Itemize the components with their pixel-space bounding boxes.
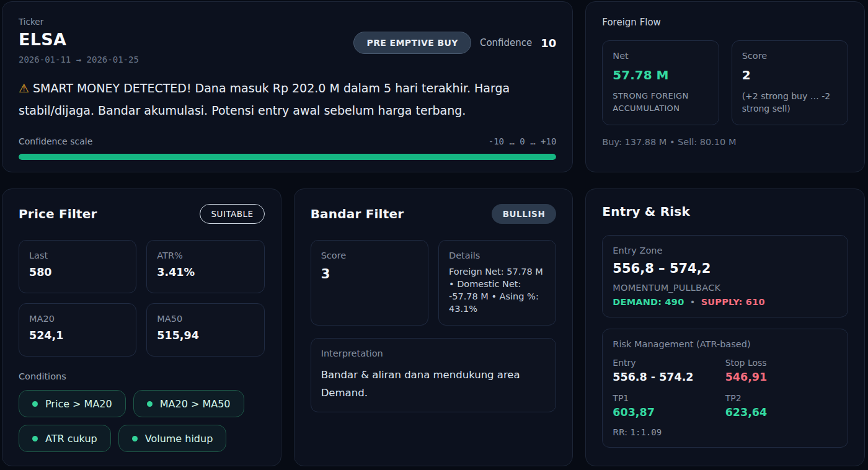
interpretation-label: Interpretation	[321, 348, 546, 358]
tile-label: MA50	[157, 314, 254, 324]
interpretation-box: Interpretation Bandar & aliran dana mend…	[311, 338, 557, 412]
risk-stoploss-cell: Stop Loss 546,91	[725, 358, 838, 383]
price-filter-title: Price Filter	[19, 206, 97, 221]
price-filter-header: Price Filter SUITABLE	[19, 204, 265, 224]
risk-management-label: Risk Management (ATR-based)	[613, 339, 838, 349]
buy-sell-summary: Buy: 137.88 M • Sell: 80.10 M	[602, 137, 848, 147]
chip-label: Volume hidup	[145, 433, 213, 445]
tile-value: 3.41%	[157, 266, 254, 278]
tile-value: 580	[29, 266, 126, 278]
confidence-label: Confidence	[480, 37, 532, 48]
confidence-value: 10	[541, 37, 556, 50]
tile-ma50: MA50 515,94	[146, 303, 264, 357]
conditions-chips: Price > MA20 MA20 > MA50 ATR cukup Volum…	[19, 390, 265, 452]
warning-icon: ⚠	[19, 81, 29, 95]
confidence-scale-range: -10 … 0 … +10	[489, 136, 557, 146]
risk-tp1-cell: TP1 603,87	[613, 393, 725, 419]
condition-chip-ma20-ma50: MA20 > MA50	[133, 390, 244, 417]
chip-label: ATR cukup	[45, 433, 97, 445]
confidence-scale-row: Confidence scale -10 … 0 … +10	[19, 136, 556, 146]
signal-card: Ticker ELSA 2026-01-11 → 2026-01-25 PRE …	[2, 1, 573, 172]
risk-entry-cell: Entry 556.8 - 574.2	[613, 358, 725, 383]
net-label: Net	[613, 51, 708, 61]
rr-value: 1:1.09	[631, 427, 662, 437]
condition-chip-atr: ATR cukup	[19, 425, 111, 452]
tile-label: ATR%	[157, 251, 254, 260]
bandar-score-label: Score	[321, 251, 418, 260]
tile-label: MA20	[29, 314, 126, 324]
interpretation-text: Bandar & aliran dana mendukung area Dema…	[321, 366, 546, 402]
signal-header-right: PRE EMPTIVE BUY Confidence 10	[353, 32, 556, 54]
demand-label: DEMAND:	[613, 297, 662, 307]
bullish-badge: BULLISH	[492, 204, 557, 224]
foreign-flow-boxes: Net 57.78 M STRONG FOREIGN ACCUMULATION …	[602, 40, 848, 125]
entry-risk-title: Entry & Risk	[602, 204, 848, 219]
suitable-badge: SUITABLE	[200, 204, 264, 224]
recommendation-badge: PRE EMPTIVE BUY	[353, 32, 471, 54]
foreign-flow-card: Foreign Flow Net 57.78 M STRONG FOREIGN …	[585, 1, 865, 172]
tile-value: 515,94	[157, 329, 254, 342]
confidence-bar-fill	[19, 154, 556, 160]
entry-risk-card: Entry & Risk Entry Zone 556,8 – 574,2 MO…	[585, 188, 865, 466]
signal-header: Ticker ELSA 2026-01-11 → 2026-01-25 PRE …	[19, 17, 556, 64]
condition-chip-price-ma20: Price > MA20	[19, 390, 126, 417]
confidence-scale-label: Confidence scale	[19, 136, 92, 146]
price-filter-card: Price Filter SUITABLE Last 580 ATR% 3.41…	[2, 188, 281, 466]
bandar-details-label: Details	[449, 251, 546, 260]
entry-label: Entry	[613, 358, 725, 368]
risk-grid: Entry 556.8 - 574.2 Stop Loss 546,91 TP1…	[613, 358, 838, 419]
alert-text: SMART MONEY DETECTED! Dana masuk Rp 202.…	[19, 81, 510, 117]
tile-ma20: MA20 524,1	[19, 303, 136, 357]
tile-value: 524,1	[29, 329, 126, 342]
net-description: STRONG FOREIGN ACCUMULATION	[613, 90, 708, 115]
strategy-name: MOMENTUM_PULLBACK	[613, 283, 838, 293]
entry-zone-box: Entry Zone 556,8 – 574,2 MOMENTUM_PULLBA…	[602, 235, 848, 317]
score-value: 2	[742, 68, 838, 82]
score-label: Score	[742, 51, 838, 61]
dashboard-grid: Ticker ELSA 2026-01-11 → 2026-01-25 PRE …	[0, 0, 868, 470]
date-range: 2026-01-11 → 2026-01-25	[19, 55, 139, 64]
bandar-boxes: Score 3 Details Foreign Net: 57.78 M • D…	[311, 240, 557, 326]
ticker-label: Ticker	[19, 17, 139, 27]
ticker-block: Ticker ELSA 2026-01-11 → 2026-01-25	[19, 17, 139, 64]
tp1-label: TP1	[613, 393, 725, 403]
tile-atr: ATR% 3.41%	[146, 240, 264, 293]
score-box: Score 2 (+2 strong buy … -2 strong sell)	[732, 40, 848, 125]
stop-loss-label: Stop Loss	[725, 358, 838, 368]
condition-chip-volume: Volume hidup	[118, 425, 227, 452]
rr-label: RR:	[613, 427, 627, 437]
bandar-filter-header: Bandar Filter BULLISH	[311, 204, 557, 224]
status-dot-icon	[32, 401, 38, 407]
status-dot-icon	[147, 401, 153, 407]
demand-supply-line: DEMAND: 490 • SUPPLY: 610	[613, 297, 838, 307]
status-dot-icon	[132, 436, 138, 441]
bandar-details-box: Details Foreign Net: 57.78 M • Domestic …	[438, 240, 556, 326]
net-value: 57.78 M	[613, 68, 708, 82]
status-dot-icon	[32, 436, 38, 441]
chip-label: Price > MA20	[45, 398, 112, 410]
chip-label: MA20 > MA50	[160, 398, 231, 410]
net-box: Net 57.78 M STRONG FOREIGN ACCUMULATION	[602, 40, 719, 125]
entry-value: 556.8 - 574.2	[613, 371, 725, 383]
supply-label: SUPPLY:	[701, 297, 743, 307]
entry-zone-value: 556,8 – 574,2	[613, 261, 838, 276]
conditions-label: Conditions	[19, 371, 265, 381]
score-description: (+2 strong buy … -2 strong sell)	[742, 90, 838, 115]
risk-tp2-cell: TP2 623,64	[725, 393, 838, 419]
smart-money-alert: ⚠SMART MONEY DETECTED! Dana masuk Rp 202…	[19, 77, 556, 122]
tp2-value: 623,64	[725, 406, 838, 419]
stop-loss-value: 546,91	[725, 371, 838, 383]
risk-reward-line: RR: 1:1.09	[613, 427, 838, 437]
supply-value: 610	[746, 297, 765, 307]
risk-management-box: Risk Management (ATR-based) Entry 556.8 …	[602, 329, 848, 448]
bandar-filter-card: Bandar Filter BULLISH Score 3 Details Fo…	[294, 188, 574, 466]
demand-value: 490	[665, 297, 684, 307]
bandar-details-text: Foreign Net: 57.78 M • Domestic Net: -57…	[449, 265, 546, 315]
bandar-filter-title: Bandar Filter	[311, 206, 404, 221]
tile-label: Last	[29, 251, 126, 260]
separator-dot: •	[688, 297, 698, 307]
entry-zone-label: Entry Zone	[613, 246, 838, 255]
bandar-score-box: Score 3	[311, 240, 428, 326]
tile-last: Last 580	[19, 240, 136, 293]
bandar-score-value: 3	[321, 267, 418, 282]
